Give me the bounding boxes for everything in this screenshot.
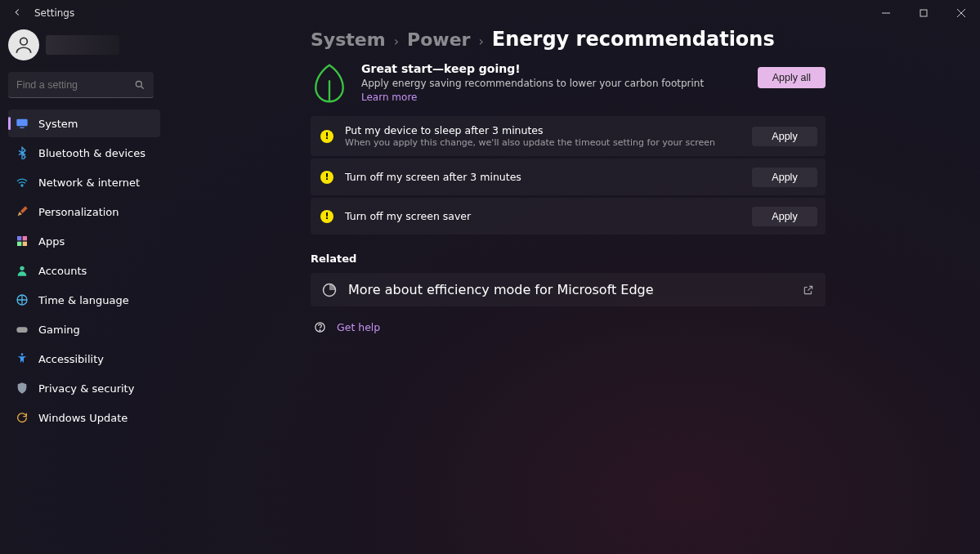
sidebar-item-label: Time & language [38,294,129,306]
search-input[interactable] [16,79,131,91]
edge-icon [322,283,337,297]
profile-name-redacted [46,35,119,55]
maximize-button[interactable] [905,0,942,26]
sidebar-item-accessibility[interactable]: Accessibility [8,345,160,373]
sidebar-item-time-language[interactable]: Time & language [8,286,160,314]
shield-icon [16,382,29,395]
chevron-icon: › [478,34,483,49]
person-icon [16,264,29,277]
window-title: Settings [34,7,74,19]
back-button[interactable] [11,7,23,20]
breadcrumb-power[interactable]: Power [407,29,470,50]
recommendation-title: Turn off my screen saver [345,210,471,222]
warning-icon: ! [320,210,333,223]
search-box[interactable] [8,72,154,98]
sidebar-item-accounts[interactable]: Accounts [8,257,160,284]
recommendation-item: ! Put my device to sleep after 3 minutes… [311,116,826,156]
sidebar-item-apps[interactable]: Apps [8,227,160,255]
hero-title: Great start—keep going! [361,62,704,75]
sidebar-item-label: Privacy & security [38,382,134,395]
recommendation-item: ! Turn off my screen after 3 minutes App… [311,159,826,195]
minimize-button[interactable] [867,0,905,26]
sidebar-item-privacy[interactable]: Privacy & security [8,374,160,402]
titlebar: Settings [0,0,980,26]
svg-point-17 [21,353,24,355]
recommendation-title: Turn off my screen after 3 minutes [345,171,521,183]
apply-button[interactable]: Apply [752,168,817,187]
get-help-row[interactable]: Get help [314,321,826,333]
search-icon [134,79,145,91]
sidebar-item-label: System [38,118,78,130]
svg-rect-11 [23,236,27,240]
page-title: Energy recommendations [492,28,775,51]
recommendations-list: ! Put my device to sleep after 3 minutes… [311,116,826,235]
sidebar-item-system[interactable]: System [8,109,160,137]
hero-banner: Great start—keep going! Apply energy sav… [311,62,826,105]
svg-point-4 [20,38,28,45]
warning-icon: ! [320,130,333,143]
help-icon [314,321,326,333]
sidebar-item-personalization[interactable]: Personalization [8,198,160,226]
sidebar-item-label: Personalization [38,206,119,218]
window-controls [867,0,980,26]
sidebar: System Bluetooth & devices Network & int… [8,29,160,431]
sidebar-item-label: Accessibility [38,353,104,365]
sidebar-item-network[interactable]: Network & internet [8,168,160,196]
hero-subtitle: Apply energy saving recommendations to l… [361,78,704,89]
svg-point-14 [20,266,24,270]
svg-rect-16 [16,327,27,333]
profile-block[interactable] [8,29,160,60]
svg-point-20 [320,330,320,331]
apply-button[interactable]: Apply [752,207,817,226]
related-label-text: More about efficiency mode for Microsoft… [348,282,654,297]
avatar [8,29,39,60]
svg-point-9 [21,185,23,186]
sidebar-item-label: Bluetooth & devices [38,147,145,159]
sidebar-item-bluetooth[interactable]: Bluetooth & devices [8,139,160,167]
sidebar-item-windows-update[interactable]: Windows Update [8,404,160,431]
warning-icon: ! [320,171,333,184]
recommendation-title: Put my device to sleep after 3 minutes [345,124,715,136]
close-button[interactable] [942,0,980,26]
svg-rect-7 [16,119,27,127]
svg-rect-12 [17,242,21,246]
breadcrumb-system[interactable]: System [311,29,386,50]
paintbrush-icon [16,205,29,218]
svg-line-6 [141,86,144,88]
sidebar-item-label: Accounts [38,265,87,277]
sidebar-item-label: Gaming [38,324,80,336]
apps-icon [16,235,29,248]
gamepad-icon [16,323,29,336]
leaf-icon [311,62,348,105]
breadcrumb: System › Power › Energy recommendations [311,28,826,51]
wifi-icon [16,176,29,189]
svg-point-5 [136,81,141,87]
svg-rect-1 [920,10,927,16]
svg-rect-10 [17,236,21,240]
svg-rect-8 [20,127,24,128]
related-heading: Related [311,252,826,265]
recommendation-item: ! Turn off my screen saver Apply [311,198,826,235]
sidebar-item-label: Windows Update [38,412,128,424]
apply-all-button[interactable]: Apply all [758,67,826,88]
main-content: System › Power › Energy recommendations … [311,28,826,333]
sidebar-item-label: Apps [38,235,65,248]
accessibility-icon [16,352,29,365]
nav-list: System Bluetooth & devices Network & int… [8,109,160,431]
related-edge-efficiency[interactable]: More about efficiency mode for Microsoft… [311,273,826,306]
apply-button[interactable]: Apply [752,127,817,146]
external-link-icon [803,284,814,296]
sidebar-item-label: Network & internet [38,176,140,189]
monitor-icon [16,117,29,130]
update-icon [16,411,29,424]
recommendation-desc: When you apply this change, we'll also u… [345,137,715,148]
globe-clock-icon [16,293,29,306]
bluetooth-icon [16,146,29,159]
svg-rect-13 [23,242,27,246]
sidebar-item-gaming[interactable]: Gaming [8,315,160,343]
get-help-link[interactable]: Get help [337,321,380,333]
learn-more-link[interactable]: Learn more [361,92,704,103]
chevron-icon: › [394,34,399,49]
